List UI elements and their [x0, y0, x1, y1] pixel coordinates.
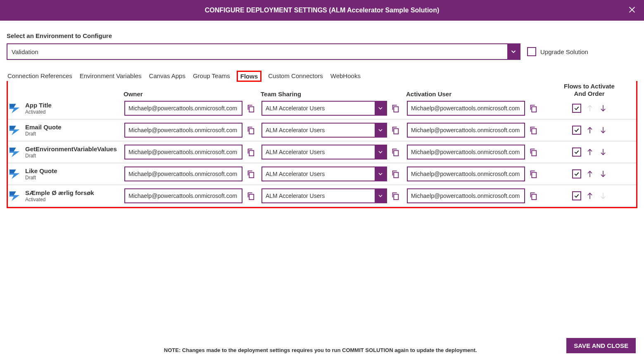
- move-down-button: [599, 191, 608, 200]
- copy-icon: [391, 126, 400, 135]
- move-up-button: [585, 104, 594, 113]
- copy-activation-button[interactable]: [528, 103, 538, 113]
- close-button[interactable]: [627, 5, 637, 16]
- copy-owner-button[interactable]: [246, 125, 256, 135]
- arrow-up-icon: [586, 192, 594, 200]
- flow-name: App Title: [25, 102, 52, 109]
- copy-activation-button[interactable]: [528, 191, 538, 201]
- move-up-button[interactable]: [585, 169, 594, 178]
- owner-input[interactable]: Michaelp@powercattools.onmicrosoft.com: [124, 188, 242, 203]
- team-sharing-select[interactable]: ALM Accelerator Users: [261, 167, 387, 181]
- environment-select-value: Validation: [7, 48, 507, 55]
- move-up-button[interactable]: [585, 126, 594, 135]
- team-sharing-select[interactable]: ALM Accelerator Users: [261, 145, 387, 159]
- activation-user-input[interactable]: Michaelp@powercattools.onmicrosoft.com: [407, 145, 525, 159]
- flow-row: App Title Activated Michaelp@powercattoo…: [8, 98, 636, 119]
- chevron-down-icon: [375, 102, 386, 115]
- move-down-button[interactable]: [599, 148, 608, 157]
- copy-owner-button[interactable]: [246, 169, 256, 179]
- arrow-down-icon: [599, 104, 607, 112]
- copy-icon: [246, 126, 255, 135]
- environment-select[interactable]: Validation: [7, 43, 520, 60]
- flow-name: SÆmple Ø ærlig forsøk: [25, 189, 94, 197]
- flow-row: Email Quote Draft Michaelp@powercattools…: [8, 119, 636, 141]
- activation-user-input[interactable]: Michaelp@powercattools.onmicrosoft.com: [407, 188, 525, 203]
- check-icon: [573, 171, 580, 177]
- tab-canvas-apps[interactable]: Canvas Apps: [148, 71, 186, 82]
- move-up-button[interactable]: [585, 148, 594, 157]
- team-sharing-value: ALM Accelerator Users: [262, 105, 375, 112]
- flow-status: Activated: [25, 109, 52, 115]
- activation-user-input[interactable]: Michaelp@powercattools.onmicrosoft.com: [407, 123, 525, 138]
- arrow-up-icon: [586, 104, 594, 112]
- dialog-header: CONFIGURE DEPLOYMENT SETTINGS (ALM Accel…: [0, 0, 644, 21]
- copy-icon: [529, 191, 538, 200]
- tab-flows[interactable]: Flows: [237, 71, 262, 82]
- copy-team-button[interactable]: [390, 103, 400, 113]
- upgrade-solution-label: Upgrade Solution: [540, 48, 588, 55]
- activate-checkbox[interactable]: [572, 126, 581, 135]
- activate-checkbox[interactable]: [572, 191, 581, 200]
- flow-row: GetEnvironmentVariableValues Draft Micha…: [8, 141, 636, 163]
- check-icon: [573, 127, 580, 133]
- activation-user-input[interactable]: Michaelp@powercattools.onmicrosoft.com: [407, 167, 525, 181]
- tab-group-teams[interactable]: Group Teams: [192, 71, 231, 82]
- copy-icon: [246, 104, 255, 113]
- col-order: Flows to Activate And Order: [546, 83, 633, 98]
- tab-custom-connectors[interactable]: Custom Connectors: [267, 71, 324, 82]
- chevron-down-icon: [375, 189, 386, 202]
- flow-row: SÆmple Ø ærlig forsøk Activated Michaelp…: [8, 185, 636, 207]
- copy-activation-button[interactable]: [528, 147, 538, 157]
- move-down-button[interactable]: [599, 126, 608, 135]
- flow-icon: [9, 190, 20, 202]
- check-icon: [573, 193, 580, 199]
- owner-input[interactable]: Michaelp@powercattools.onmicrosoft.com: [124, 145, 242, 159]
- copy-owner-button[interactable]: [246, 103, 256, 113]
- chevron-down-icon: [375, 124, 386, 137]
- check-icon: [573, 149, 580, 155]
- flow-name: Email Quote: [25, 124, 62, 131]
- column-headers: Owner Team Sharing Activation User Flows…: [8, 83, 636, 98]
- flow-status: Draft: [25, 175, 57, 181]
- col-owner: Owner: [124, 90, 261, 98]
- close-icon: [627, 5, 637, 14]
- chevron-down-icon: [507, 44, 520, 59]
- copy-icon: [391, 169, 400, 178]
- move-down-button[interactable]: [599, 169, 608, 178]
- copy-team-button[interactable]: [390, 125, 400, 135]
- copy-owner-button[interactable]: [246, 191, 256, 201]
- upgrade-solution-checkbox[interactable]: [527, 47, 536, 56]
- environment-label: Select an Environment to Configure: [7, 32, 637, 39]
- tab-connection-references[interactable]: Connection References: [7, 71, 73, 82]
- owner-input[interactable]: Michaelp@powercattools.onmicrosoft.com: [124, 123, 242, 138]
- copy-activation-button[interactable]: [528, 125, 538, 135]
- move-up-button[interactable]: [585, 191, 594, 200]
- copy-icon: [529, 104, 538, 113]
- copy-team-button[interactable]: [390, 147, 400, 157]
- owner-input[interactable]: Michaelp@powercattools.onmicrosoft.com: [124, 167, 242, 181]
- copy-icon: [391, 148, 400, 157]
- activate-checkbox[interactable]: [572, 148, 581, 157]
- copy-owner-button[interactable]: [246, 147, 256, 157]
- copy-team-button[interactable]: [390, 169, 400, 179]
- arrow-down-icon: [599, 170, 607, 178]
- arrow-up-icon: [586, 170, 594, 178]
- team-sharing-select[interactable]: ALM Accelerator Users: [261, 188, 387, 203]
- activation-user-input[interactable]: Michaelp@powercattools.onmicrosoft.com: [407, 101, 525, 116]
- activate-checkbox[interactable]: [572, 169, 581, 178]
- tab-environment-variables[interactable]: Environment Variables: [79, 71, 143, 82]
- move-down-button[interactable]: [599, 104, 608, 113]
- copy-activation-button[interactable]: [528, 169, 538, 179]
- owner-input[interactable]: Michaelp@powercattools.onmicrosoft.com: [124, 101, 242, 116]
- col-team: Team Sharing: [261, 90, 406, 98]
- copy-icon: [246, 191, 255, 200]
- copy-team-button[interactable]: [390, 191, 400, 201]
- team-sharing-value: ALM Accelerator Users: [262, 193, 375, 199]
- col-activation: Activation User: [406, 90, 546, 98]
- check-icon: [573, 105, 580, 112]
- copy-icon: [391, 104, 400, 113]
- tab-webhooks[interactable]: WebHooks: [330, 71, 361, 82]
- activate-checkbox[interactable]: [572, 104, 581, 113]
- team-sharing-select[interactable]: ALM Accelerator Users: [261, 123, 387, 138]
- team-sharing-select[interactable]: ALM Accelerator Users: [261, 101, 387, 116]
